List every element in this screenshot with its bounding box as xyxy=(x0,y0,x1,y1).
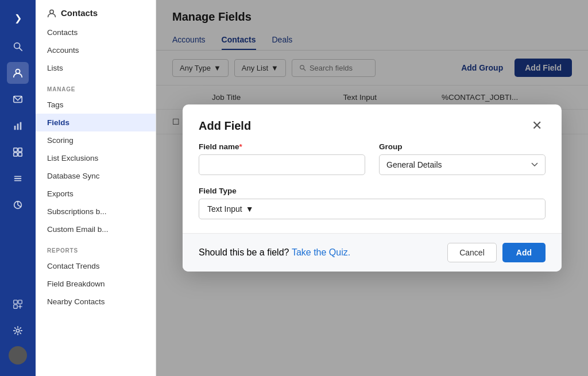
modal-header: Add Field ✕ xyxy=(183,104,562,142)
chart-icon[interactable] xyxy=(7,115,29,137)
field-name-label: Field name* xyxy=(199,142,365,151)
svg-rect-7 xyxy=(14,148,17,152)
add-field-modal: Add Field ✕ Field name* Group General De… xyxy=(183,104,562,272)
field-type-arrow-icon: ▼ xyxy=(246,204,254,214)
quiz-text: Should this be a field? Take the Quiz. xyxy=(199,247,350,258)
sidebar-item-contacts[interactable]: Contacts xyxy=(36,24,156,41)
svg-rect-10 xyxy=(18,153,22,156)
cancel-button[interactable]: Cancel xyxy=(447,243,497,262)
nav-sidebar: Contacts Contacts Accounts Lists MANAGE … xyxy=(36,0,156,376)
search-icon[interactable] xyxy=(7,36,29,57)
svg-rect-19 xyxy=(14,305,17,308)
svg-line-16 xyxy=(18,205,21,207)
sidebar-item-tags[interactable]: Tags xyxy=(36,96,156,114)
sidebar-item-database-sync[interactable]: Database Sync xyxy=(36,167,156,185)
svg-rect-5 xyxy=(17,123,19,130)
sidebar-item-contact-trends[interactable]: Contact Trends xyxy=(36,257,156,275)
pie-icon[interactable] xyxy=(7,194,29,216)
field-name-input[interactable] xyxy=(199,154,365,175)
sidebar-item-nearby-contacts[interactable]: Nearby Contacts xyxy=(36,293,156,311)
contacts-icon[interactable] xyxy=(7,62,29,84)
icon-sidebar: ❯ xyxy=(0,0,36,376)
svg-rect-8 xyxy=(18,148,22,152)
sidebar-item-list-exclusions[interactable]: List Exclusions xyxy=(36,149,156,167)
add-button[interactable]: Add xyxy=(502,243,546,262)
field-type-dropdown[interactable]: Text Input ▼ xyxy=(199,199,546,219)
svg-rect-17 xyxy=(14,300,17,304)
field-type-label: Field Type xyxy=(199,187,546,195)
manage-section-header: MANAGE xyxy=(36,77,156,96)
modal-title: Add Field xyxy=(199,119,251,133)
modal-footer: Should this be a field? Take the Quiz. C… xyxy=(183,233,562,272)
modal-close-button[interactable]: ✕ xyxy=(528,118,546,133)
sidebar-item-subscriptions[interactable]: Subscriptions b... xyxy=(36,203,156,220)
svg-rect-9 xyxy=(14,153,17,156)
field-type-row: Field Type Text Input ▼ xyxy=(199,187,546,219)
sidebar-item-exports[interactable]: Exports xyxy=(36,185,156,203)
group-select-group: Group General DetailsContact InfoOther xyxy=(379,142,546,175)
sidebar-item-accounts[interactable]: Accounts xyxy=(36,41,156,59)
sidebar-item-scoring[interactable]: Scoring xyxy=(36,131,156,149)
avatar[interactable] xyxy=(9,346,27,365)
quiz-link[interactable]: Take the Quiz. xyxy=(292,247,350,257)
sidebar-item-custom-email[interactable]: Custom Email b... xyxy=(36,220,156,238)
expand-icon[interactable]: ❯ xyxy=(7,7,29,29)
grid-icon[interactable] xyxy=(7,141,29,163)
sidebar-item-lists[interactable]: Lists xyxy=(36,59,156,77)
group-label: Group xyxy=(379,142,546,151)
form-row-top: Field name* Group General DetailsContact… xyxy=(199,142,546,175)
modal-overlay: Add Field ✕ Field name* Group General De… xyxy=(156,0,588,376)
modal-body: Field name* Group General DetailsContact… xyxy=(183,142,562,233)
sidebar-item-field-breakdown[interactable]: Field Breakdown xyxy=(36,275,156,293)
field-name-group: Field name* xyxy=(199,142,365,175)
sidebar-item-fields[interactable]: Fields xyxy=(36,114,156,131)
settings-icon[interactable] xyxy=(7,320,29,342)
required-marker: * xyxy=(239,142,242,151)
footer-buttons: Cancel Add xyxy=(447,243,546,262)
field-type-group: Field Type Text Input ▼ xyxy=(199,187,546,219)
reports-section-header: REPORTS xyxy=(36,238,156,257)
sidebar-section-title: Contacts xyxy=(36,0,156,24)
list2-icon[interactable] xyxy=(7,168,29,189)
svg-line-1 xyxy=(20,48,22,51)
group-dropdown[interactable]: General DetailsContact InfoOther xyxy=(379,154,546,175)
svg-point-23 xyxy=(50,10,53,13)
svg-point-22 xyxy=(16,329,19,332)
add-widget-icon[interactable] xyxy=(7,293,29,315)
svg-point-2 xyxy=(16,69,20,73)
svg-rect-6 xyxy=(20,122,22,130)
svg-rect-18 xyxy=(18,300,22,304)
main-content: Manage Fields Accounts Contacts Deals An… xyxy=(156,0,588,376)
svg-rect-4 xyxy=(14,126,16,130)
mail-icon[interactable] xyxy=(7,88,29,110)
